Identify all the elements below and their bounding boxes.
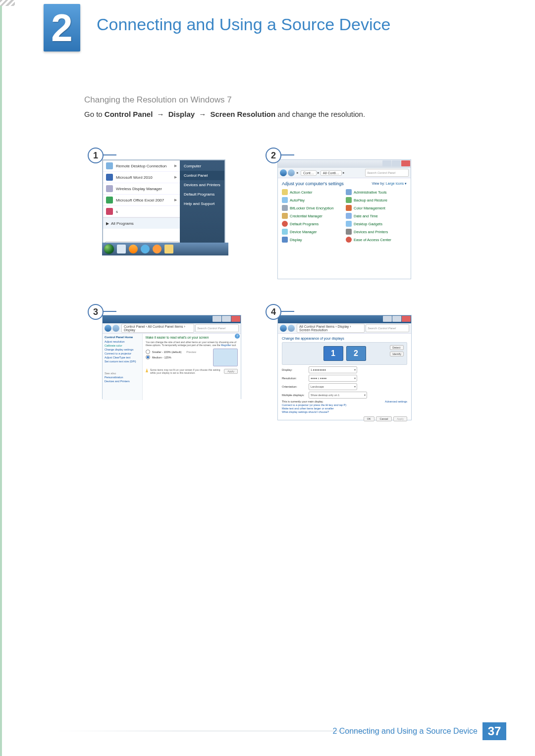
start-item[interactable]: Microsoft Office Excel 2007▶ xyxy=(103,195,180,206)
radio-smaller[interactable]: Smaller - 100% (default) Preview xyxy=(146,350,213,354)
screenshot-start-menu: Remote Desktop Connection▶ Microsoft Wor… xyxy=(102,159,225,254)
minimize-button[interactable] xyxy=(383,316,392,322)
detect-button[interactable]: Detect xyxy=(390,345,404,350)
start-item[interactable]: Remote Desktop Connection▶ xyxy=(103,160,180,172)
breadcrumb[interactable]: Cont… xyxy=(301,170,317,176)
start-item[interactable]: Microsoft Word 2010▶ xyxy=(103,172,180,183)
apply-button[interactable]: Apply xyxy=(224,369,238,374)
cp-item[interactable]: Ease of Access Center xyxy=(346,237,407,243)
help-icon[interactable]: ? xyxy=(235,334,240,339)
projector-link[interactable]: Connect to a projector (or press the ⊞ k… xyxy=(282,403,407,406)
side-link[interactable]: Adjust resolution xyxy=(105,340,140,343)
explorer-nav: All Control Panel Items › Display › Scre… xyxy=(278,323,411,334)
media-icon[interactable] xyxy=(153,245,161,253)
monitor-layout[interactable]: 1 2 Detect Identify xyxy=(282,342,407,365)
monitor-1[interactable]: 1 xyxy=(323,346,343,361)
apply-button[interactable]: Apply xyxy=(393,416,407,421)
side-link[interactable]: Adjust ClearType text xyxy=(105,356,140,359)
cp-item[interactable]: Color Management xyxy=(346,205,407,211)
ok-button[interactable]: OK xyxy=(364,416,374,421)
cp-item[interactable]: Devices and Printers xyxy=(346,229,407,235)
search-input[interactable]: Search Control Panel xyxy=(195,324,239,332)
close-button[interactable] xyxy=(401,160,410,166)
start-right-item[interactable]: Default Programs xyxy=(180,190,224,199)
close-button[interactable] xyxy=(402,316,411,322)
cp-item[interactable]: Date and Time xyxy=(346,213,407,219)
start-orb-icon[interactable] xyxy=(104,244,114,254)
side-link[interactable]: Change display settings xyxy=(105,348,140,351)
breadcrumb[interactable]: All Control Panel Items › Display › Scre… xyxy=(297,324,365,333)
cp-item[interactable]: Credential Manager xyxy=(282,213,343,219)
breadcrumb[interactable]: Control Panel › All Control Panel Items … xyxy=(121,324,194,333)
text-size-link[interactable]: Make text and other items larger or smal… xyxy=(282,407,407,410)
footer-label: 2 Connecting and Using a Source Device xyxy=(332,727,478,736)
forward-button-icon[interactable] xyxy=(288,169,295,176)
search-input[interactable]: Search Control Panel xyxy=(365,169,409,177)
side-link[interactable]: Devices and Printers xyxy=(105,380,140,383)
maximize-button[interactable] xyxy=(222,316,231,322)
all-programs[interactable]: ▶All Programs xyxy=(103,217,180,229)
advanced-settings-link[interactable]: Advanced settings xyxy=(385,400,407,403)
warning-icon xyxy=(146,368,148,372)
device-icon xyxy=(282,229,288,235)
screenshot-screen-resolution: All Control Panel Items › Display › Scre… xyxy=(277,315,412,420)
start-right-item[interactable]: Devices and Printers xyxy=(180,180,224,190)
resolution-select[interactable]: ●●●● x ●●●● xyxy=(309,375,357,382)
firefox-icon[interactable] xyxy=(129,245,138,253)
side-link[interactable]: Connect to a projector xyxy=(105,352,140,355)
back-button-icon[interactable] xyxy=(280,325,287,332)
start-menu-right: Computer Control Panel Devices and Print… xyxy=(180,160,224,254)
cp-item[interactable]: AutoPlay xyxy=(282,197,343,203)
start-right-item-control-panel[interactable]: Control Panel xyxy=(180,171,224,180)
display-select[interactable]: 1.●●●●●●●● xyxy=(309,366,357,373)
monitor-2[interactable]: 2 xyxy=(346,346,366,361)
cp-item[interactable]: Action Center xyxy=(282,189,343,195)
start-right-item[interactable]: Computer xyxy=(180,161,224,171)
start-item[interactable]: s xyxy=(103,206,180,217)
cancel-button[interactable]: Cancel xyxy=(376,416,391,421)
minimize-button[interactable] xyxy=(382,160,391,166)
side-link[interactable]: Set custom text size (DPI) xyxy=(105,360,140,363)
side-link[interactable]: Calibrate color xyxy=(105,344,140,347)
page-edge-hatching xyxy=(0,0,15,6)
cp-item-display[interactable]: Display xyxy=(282,237,343,243)
back-button-icon[interactable] xyxy=(105,325,111,332)
instr-suffix: and change the resolution. xyxy=(277,110,365,118)
ie-icon[interactable] xyxy=(141,245,150,253)
cp-item[interactable]: Device Manager xyxy=(282,229,343,235)
multiple-select[interactable]: Show desktop only on 1 xyxy=(309,392,367,399)
which-settings-link[interactable]: What display settings should I choose? xyxy=(282,410,407,413)
forward-button-icon[interactable] xyxy=(112,325,119,332)
search-input[interactable]: Search Control Panel xyxy=(366,324,409,332)
start-right-item[interactable]: Help and Support xyxy=(180,199,224,208)
cp-item[interactable]: BitLocker Drive Encryption xyxy=(282,205,343,211)
close-button[interactable] xyxy=(231,316,240,322)
helper-links: Connect to a projector (or press the ⊞ k… xyxy=(282,403,407,413)
breadcrumb[interactable]: All Conti… xyxy=(321,170,342,176)
start-item[interactable]: Wireless Display Manager xyxy=(103,183,180,195)
left-margin-rule xyxy=(0,0,2,756)
flag-icon xyxy=(282,189,288,195)
cp-item[interactable]: Backup and Restore xyxy=(346,197,407,203)
maximize-button[interactable] xyxy=(392,160,401,166)
explorer-icon[interactable] xyxy=(164,245,173,253)
instr-control-panel: Control Panel xyxy=(105,110,153,118)
taskbar-icon[interactable] xyxy=(117,245,126,253)
side-link[interactable]: Personalization xyxy=(105,376,140,379)
word-icon xyxy=(106,174,113,181)
cp-item[interactable]: Desktop Gadgets xyxy=(346,221,407,227)
identify-button[interactable]: Identify xyxy=(390,352,404,356)
cp-item[interactable]: Default Programs xyxy=(282,221,343,227)
radio-medium[interactable]: Medium - 125% xyxy=(146,355,213,359)
submenu-arrow-icon: ▶ xyxy=(174,175,177,179)
minimize-button[interactable] xyxy=(213,316,221,322)
key-icon xyxy=(282,213,288,219)
cp-item[interactable]: Administrative Tools xyxy=(346,189,407,195)
forward-button-icon[interactable] xyxy=(288,325,295,332)
main-heading: Make it easier to read what's on your sc… xyxy=(146,336,238,339)
magnifier-link[interactable]: Magnifier xyxy=(221,344,231,347)
orientation-select[interactable]: Landscape xyxy=(309,383,357,390)
view-by-dropdown[interactable]: View by: Large icons xyxy=(372,182,407,186)
back-button-icon[interactable] xyxy=(280,169,287,176)
maximize-button[interactable] xyxy=(392,316,401,322)
